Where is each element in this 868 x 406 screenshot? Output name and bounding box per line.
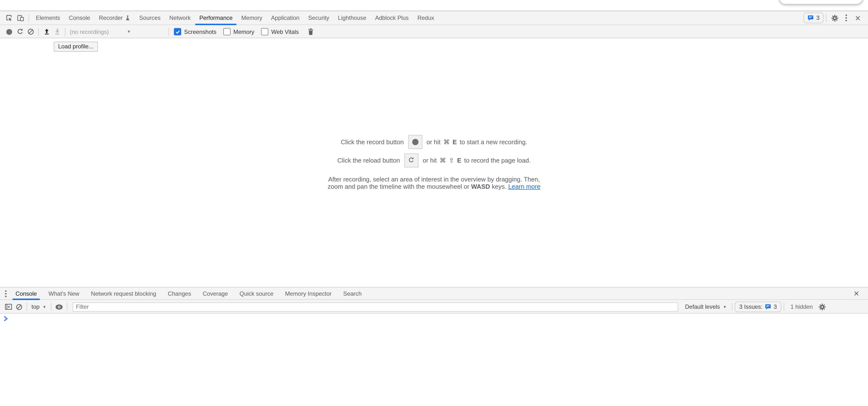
chevron-down-icon: ▼ [42, 305, 46, 309]
console-filter-input[interactable] [72, 302, 678, 311]
chevron-down-icon: ▼ [127, 30, 131, 34]
tab-console[interactable]: Console [65, 11, 94, 25]
drawer-tab-whats-new[interactable]: What's New [45, 287, 82, 300]
tab-sources[interactable]: Sources [135, 11, 164, 25]
web-vitals-checkbox[interactable] [261, 28, 268, 35]
screenshots-checkbox-group[interactable]: Screenshots [174, 28, 216, 35]
tab-network[interactable]: Network [165, 11, 194, 25]
log-levels-select[interactable]: Default levels ▼ [685, 303, 727, 310]
divider [27, 303, 27, 311]
issues-bubble-icon [765, 304, 771, 310]
device-toolbar-icon[interactable] [14, 12, 26, 24]
load-profile-tooltip: Load profile... [54, 42, 98, 52]
cmd-key-symbol: ⌘ [443, 138, 450, 145]
console-settings-gear-icon[interactable] [817, 302, 827, 312]
recordings-history-select[interactable]: (no recordings) ▼ [70, 28, 131, 35]
divider [65, 28, 65, 36]
devtools-window: Elements Console Recorder Sources Networ… [0, 0, 868, 406]
issues-counter-badge[interactable]: 3 [804, 12, 824, 23]
drawer-tab-coverage[interactable]: Coverage [200, 287, 231, 300]
tab-security[interactable]: Security [304, 11, 333, 25]
record-dot-icon [6, 29, 12, 35]
e-key-symbol: E [453, 138, 457, 145]
javascript-context-select[interactable]: top ▼ [31, 303, 46, 310]
console-prompt-chevron-icon [4, 316, 8, 321]
divider [826, 14, 826, 22]
reload-demo-button[interactable] [404, 153, 418, 167]
usage-hint-paragraph: After recording, select an area of inter… [328, 176, 540, 190]
issues-bubble-icon [808, 15, 814, 21]
garbage-collect-icon[interactable] [306, 26, 316, 37]
tab-memory[interactable]: Memory [237, 11, 266, 25]
close-devtools-icon[interactable]: × [852, 12, 864, 24]
drawer-tab-memory-inspector[interactable]: Memory Inspector [282, 287, 335, 300]
drawer-tab-network-request-blocking[interactable]: Network request blocking [88, 287, 159, 300]
drawer-kebab-menu-icon[interactable] [2, 288, 10, 299]
chevron-down-icon: ▼ [723, 305, 727, 309]
browser-popup-cutoff [779, 0, 863, 4]
inspect-element-icon[interactable] [3, 12, 14, 24]
close-drawer-icon[interactable]: × [850, 288, 862, 299]
record-instruction-row: Click the record button or hit ⌘ E to st… [341, 135, 527, 149]
console-sidebar-toggle-icon[interactable] [3, 302, 13, 312]
e-key-symbol: E [457, 157, 461, 164]
hidden-messages-count: 1 hidden [790, 303, 813, 310]
tab-performance[interactable]: Performance [195, 11, 237, 25]
tab-lighthouse[interactable]: Lighthouse [334, 11, 370, 25]
divider [29, 14, 29, 22]
divider [67, 303, 67, 311]
browser-page-strip [0, 0, 868, 11]
memory-checkbox-group[interactable]: Memory [223, 28, 254, 35]
record-button[interactable] [4, 26, 14, 37]
kebab-menu-icon[interactable] [840, 12, 852, 24]
clear-recordings-icon[interactable] [25, 26, 36, 37]
drawer-tab-console[interactable]: Console [12, 287, 40, 300]
cmd-key-symbol: ⌘ [440, 157, 446, 164]
shift-key-symbol: ⇧ [449, 157, 454, 164]
learn-more-link[interactable]: Learn more [508, 183, 540, 190]
web-vitals-checkbox-group[interactable]: Web Vitals [261, 28, 299, 35]
console-toolbar: top ▼ Default levels ▼ 3 Issues: 3 1 hid… [0, 301, 868, 313]
divider [732, 303, 733, 311]
divider [51, 303, 51, 311]
drawer-tab-search[interactable]: Search [340, 287, 365, 300]
drawer-tabbar: Console What's New Network request block… [0, 287, 868, 300]
tab-recorder[interactable]: Recorder [95, 11, 134, 25]
live-expression-eye-icon[interactable] [54, 302, 64, 312]
screenshots-checkbox[interactable] [174, 28, 181, 35]
performance-panel-body: Click the record button or hit ⌘ E to st… [0, 39, 868, 287]
record-dot-icon [412, 139, 418, 145]
divider [168, 28, 169, 36]
console-prompt-area[interactable] [0, 314, 868, 406]
drawer-tab-quick-source[interactable]: Quick source [237, 287, 276, 300]
devtools-tabbar: Elements Console Recorder Sources Networ… [0, 11, 868, 25]
experiment-flask-icon [125, 15, 130, 21]
divider [38, 28, 39, 36]
reload-and-record-button[interactable] [14, 26, 25, 37]
record-demo-button[interactable] [408, 135, 422, 149]
memory-checkbox[interactable] [223, 28, 230, 35]
save-profile-icon[interactable] [52, 26, 62, 37]
drawer-tab-changes[interactable]: Changes [165, 287, 194, 300]
performance-empty-state: Click the record button or hit ⌘ E to st… [0, 135, 868, 190]
divider [784, 303, 784, 311]
tab-elements[interactable]: Elements [32, 11, 64, 25]
reload-instruction-row: Click the reload button or hit ⌘ ⇧ E to … [337, 153, 531, 167]
performance-toolbar: (no recordings) ▼ Screenshots Memory Web… [0, 26, 868, 38]
clear-console-icon[interactable] [13, 302, 24, 312]
tab-adblock-plus[interactable]: Adblock Plus [371, 11, 413, 25]
tab-application[interactable]: Application [267, 11, 303, 25]
load-profile-icon[interactable] [41, 26, 52, 37]
settings-gear-icon[interactable] [829, 12, 840, 24]
console-issues-button[interactable]: 3 Issues: 3 [735, 302, 781, 312]
tab-redux[interactable]: Redux [413, 11, 438, 25]
